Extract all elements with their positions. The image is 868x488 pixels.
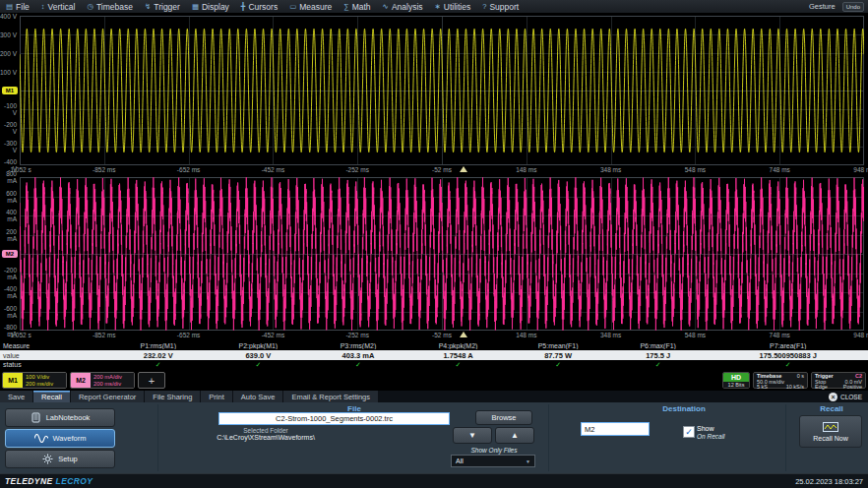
measure-status-p7: ✓	[708, 361, 868, 369]
status-bar: TELEDYNE LECROY 25.02.2023 18:03:27	[0, 473, 868, 488]
scroll-down-button[interactable]: ▼	[453, 427, 492, 444]
measure-header-p3[interactable]: P3:rms(M2)	[308, 342, 408, 349]
measure-header-row: Measure P1:rms(M1)P2:pkpk(M1)P3:rms(M2)P…	[0, 341, 868, 350]
destination-input[interactable]	[581, 422, 650, 436]
chevron-down-icon: ▼	[468, 431, 476, 440]
trigger-type: Edge	[815, 385, 828, 391]
sidebar-button-label: LabNotebook	[46, 413, 91, 422]
m1-horizontal-scale: 200 ms/div	[26, 381, 63, 388]
section-divider	[157, 404, 158, 471]
x-axis-label: -252 ms	[345, 166, 368, 173]
menu-item-label: Display	[202, 2, 229, 12]
x-axis-label: 548 ms	[685, 166, 706, 173]
browse-button[interactable]: Browse	[475, 410, 532, 425]
setup-icon	[42, 454, 53, 464]
measure-header-p7[interactable]: P7:area(F1)	[708, 342, 868, 349]
measure-table: Measure P1:rms(M1)P2:pkpk(M1)P3:rms(M2)P…	[0, 341, 868, 369]
trigger-slope: Positive	[843, 385, 862, 391]
file-filter-dropdown[interactable]: All ▼	[451, 455, 535, 467]
hd-badge[interactable]: HD 12 Bits	[722, 372, 750, 389]
menu-item-timebase[interactable]: ◷Timebase	[81, 0, 139, 13]
measure-header-p1[interactable]: P1:rms(M1)	[108, 342, 209, 349]
sidebar-setup-button[interactable]: Setup	[5, 450, 115, 468]
menu-items: ▤File↕Vertical◷Timebase↯Trigger▦Display╋…	[0, 0, 525, 13]
y-axis-label: 800 mA	[0, 170, 17, 184]
dialog-close-button[interactable]: × CLOSE	[829, 391, 868, 402]
measure-status-p2: ✓	[209, 361, 309, 369]
display-icon: ▦	[192, 3, 199, 11]
undo-button[interactable]: Undo	[842, 2, 864, 12]
x-axis-label: -252 ms	[345, 332, 368, 338]
menu-item-trigger[interactable]: ↯Trigger	[139, 0, 186, 13]
brand-teledyne: TELEDYNE	[5, 476, 53, 486]
measure-value-p4: 1.7548 A	[408, 351, 509, 360]
y-axis-label: 400 V	[0, 13, 17, 20]
tab-email-report-settings[interactable]: Email & Report Settings	[283, 391, 378, 402]
x-axis-label: -52 ms	[432, 332, 452, 338]
trigger-position-marker[interactable]	[460, 332, 467, 337]
sidebar-labnotebook-button[interactable]: LabNotebook	[5, 408, 115, 427]
measure-header-p5[interactable]: P5:mean(F1)	[508, 342, 608, 349]
menu-item-utilities[interactable]: ∗Utilities	[429, 0, 477, 13]
menu-item-file[interactable]: ▤File	[0, 0, 35, 13]
menu-item-measure[interactable]: ▭Measure	[283, 0, 338, 13]
filename-input[interactable]	[218, 412, 450, 425]
measure-header-p4[interactable]: P4:pkpk(M2)	[408, 342, 509, 349]
show-on-recall-checkbox[interactable]: ✓	[683, 426, 695, 438]
tab-file-sharing[interactable]: File Sharing	[145, 391, 200, 402]
trace-descriptor-m2[interactable]: M2 200 mA/div 200 ms/div	[70, 372, 135, 389]
tab-print[interactable]: Print	[201, 391, 231, 402]
timebase-descriptor[interactable]: Timebase0 s 50.0 ms/div 5 kS10 kS/s	[753, 372, 808, 389]
menu-item-label: Vertical	[48, 2, 76, 12]
add-trace-button[interactable]: +	[138, 372, 165, 389]
menu-item-cursors[interactable]: ╋Cursors	[235, 0, 283, 13]
gesture-label[interactable]: Gesture	[809, 2, 836, 11]
measure-header-p6[interactable]: P6:max(F1)	[608, 342, 709, 349]
dialog-tabs: SaveRecallReport GeneratorFile SharingPr…	[0, 391, 379, 402]
menu-bar: ▤File↕Vertical◷Timebase↯Trigger▦Display╋…	[0, 0, 868, 14]
x-axis-label: -1.052 s	[8, 332, 31, 338]
section-divider	[548, 404, 549, 471]
waveform-icon	[34, 434, 48, 443]
hd-label: HD	[723, 373, 749, 382]
y-axis-label: -100 V	[0, 102, 17, 116]
x-axis-label: 348 ms	[600, 166, 621, 173]
trigger-position-marker[interactable]	[460, 166, 467, 172]
menu-item-vertical[interactable]: ↕Vertical	[35, 0, 82, 13]
menu-item-display[interactable]: ▦Display	[186, 0, 235, 13]
y-axis-label: 600 mA	[0, 190, 17, 204]
value-row-label: value	[0, 352, 108, 359]
trace-zero-marker-m2[interactable]: M2	[2, 250, 18, 258]
trace-descriptor-m1[interactable]: M1 100 V/div 200 ms/div	[2, 372, 67, 389]
menu-item-label: Support	[489, 2, 519, 12]
utilities-icon: ∗	[435, 3, 441, 11]
trigger-descriptor[interactable]: TriggerC2 Stop0.0 mV EdgePositive	[811, 372, 866, 389]
tab-save[interactable]: Save	[0, 391, 32, 402]
tab-recall[interactable]: Recall	[33, 391, 70, 402]
y-axis-label: -200 V	[0, 121, 17, 135]
voltage-grid-canvas[interactable]	[20, 16, 864, 165]
chevron-up-icon: ▲	[511, 431, 519, 440]
measure-value-row: value 232.02 V639.0 V403.3 mA1.7548 A87.…	[0, 350, 868, 360]
sidebar-waveform-button[interactable]: Waveform	[5, 429, 115, 448]
menu-item-label: Measure	[299, 2, 332, 12]
recall-section-title: Recall	[802, 404, 861, 413]
y-axis-label: 100 V	[0, 69, 17, 76]
tab-auto-save[interactable]: Auto Save	[233, 391, 283, 402]
recall-now-button[interactable]: Recall Now	[799, 415, 862, 448]
dialog-tab-bar: SaveRecallReport GeneratorFile SharingPr…	[0, 391, 868, 402]
measure-header-p2[interactable]: P2:pkpk(M1)	[209, 342, 309, 349]
x-axis-label: 148 ms	[516, 332, 536, 338]
current-grid-canvas[interactable]	[20, 177, 864, 331]
tab-report-generator[interactable]: Report Generator	[71, 391, 144, 402]
y-axis-label: -300 V	[0, 140, 17, 153]
x-axis-label: -452 ms	[262, 166, 284, 173]
scroll-up-button[interactable]: ▲	[495, 427, 534, 444]
menu-item-math[interactable]: ∑Math	[338, 0, 376, 13]
close-label: CLOSE	[840, 394, 862, 400]
trace-zero-marker-m1[interactable]: M1	[2, 87, 18, 94]
menu-item-analysis[interactable]: ∿Analysis	[377, 0, 429, 13]
x-axis-label: -652 ms	[177, 332, 200, 338]
menu-item-support[interactable]: ?Support	[476, 0, 525, 13]
menu-item-label: Utilities	[444, 2, 470, 12]
